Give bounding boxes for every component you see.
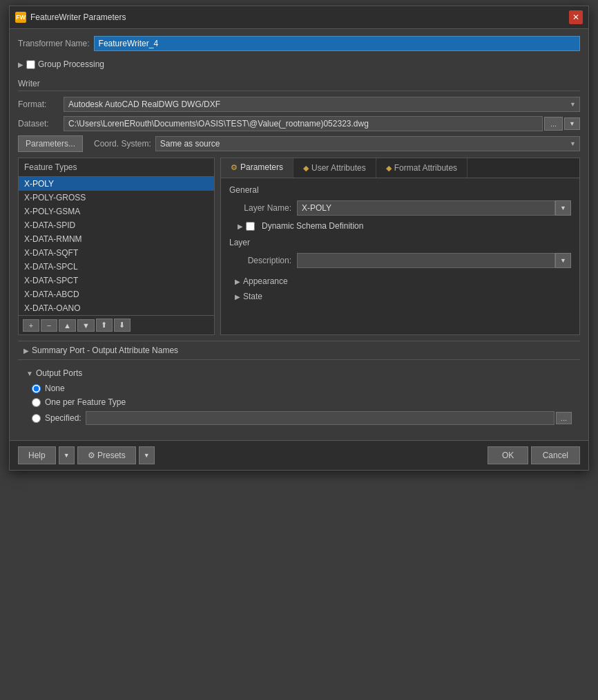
- list-item[interactable]: X-DATA-SPCL: [19, 260, 214, 274]
- one-per-radio[interactable]: [32, 398, 41, 407]
- presets-button[interactable]: ⚙ Presets: [77, 446, 136, 464]
- params-coord-row: Parameters... Coord. System: Same as sou…: [18, 135, 580, 152]
- panel-content: General Layer Name: ▼ ▶ Dynamic Schema D…: [221, 178, 579, 311]
- tab-format-attributes[interactable]: ◆ Format Attributes: [376, 158, 467, 178]
- coord-dropdown-wrap: Same as source: [155, 136, 580, 151]
- format-row: Format: Autodesk AutoCAD RealDWG DWG/DXF: [18, 97, 580, 112]
- move-bottom-button[interactable]: ⬇: [114, 319, 131, 332]
- state-label: State: [243, 292, 262, 301]
- summary-arrow: ▶: [23, 347, 29, 354]
- format-dropdown-wrap: Autodesk AutoCAD RealDWG DWG/DXF: [64, 97, 580, 112]
- state-row[interactable]: ▶ State: [229, 289, 571, 304]
- footer-left: Help ▼ ⚙ Presets ▼: [18, 446, 155, 464]
- remove-feature-type-button[interactable]: −: [41, 319, 57, 332]
- dataset-label: Dataset:: [18, 119, 59, 129]
- writer-section: Writer Format: Autodesk AutoCAD RealDWG …: [18, 79, 580, 152]
- layer-name-label: Layer Name:: [229, 203, 291, 213]
- specified-radio-label: Specified:: [45, 413, 81, 423]
- transformer-name-row: Transformer Name:: [18, 36, 580, 51]
- specified-radio[interactable]: [32, 414, 41, 423]
- title-bar: FW FeatureWriter Parameters ✕: [10, 6, 588, 29]
- help-dropdown-button[interactable]: ▼: [59, 446, 75, 464]
- description-row: Description: ▼: [229, 253, 571, 268]
- layer-name-row: Layer Name: ▼: [229, 200, 571, 216]
- appearance-row[interactable]: ▶ Appearance: [229, 274, 571, 289]
- presets-label: Presets: [97, 451, 126, 460]
- description-dropdown-button[interactable]: ▼: [555, 253, 571, 268]
- specified-radio-row: Specified: ...: [26, 411, 572, 425]
- appearance-arrow: ▶: [235, 278, 240, 285]
- output-ports-arrow: ▼: [26, 370, 33, 377]
- coord-select[interactable]: Same as source: [155, 136, 580, 151]
- description-label: Description:: [229, 256, 291, 265]
- dynamic-schema-checkbox[interactable]: [246, 222, 255, 231]
- state-arrow: ▶: [235, 293, 240, 301]
- dialog-title: FeatureWriter Parameters: [30, 12, 569, 22]
- list-item[interactable]: X-POLY: [19, 177, 214, 191]
- move-down-button[interactable]: ▼: [77, 319, 95, 332]
- tab-parameters[interactable]: ⚙ Parameters: [221, 158, 293, 178]
- none-radio[interactable]: [32, 384, 41, 393]
- tab-user-attributes-label: User Attributes: [311, 163, 366, 173]
- add-feature-type-button[interactable]: +: [23, 319, 39, 332]
- layer-name-input-wrap: ▼: [297, 200, 571, 216]
- right-panel: ⚙ Parameters ◆ User Attributes ◆ Format …: [220, 158, 580, 335]
- presets-dropdown-button[interactable]: ▼: [139, 446, 155, 464]
- feature-types-panel: Feature Types X-POLY X-POLY-GROSS X-POLY…: [18, 158, 215, 335]
- group-processing-checkbox[interactable]: [26, 60, 35, 69]
- help-button[interactable]: Help: [18, 446, 56, 464]
- feature-types-header: Feature Types: [19, 158, 214, 177]
- transformer-name-input[interactable]: [94, 36, 580, 51]
- dataset-row: Dataset: ... ▼: [18, 116, 580, 131]
- coord-system-label: Coord. System:: [94, 139, 151, 149]
- dialog-content: Transformer Name: ▶ Group Processing Wri…: [10, 29, 588, 440]
- main-area: Feature Types X-POLY X-POLY-GROSS X-POLY…: [18, 158, 580, 335]
- dataset-arrow-button[interactable]: ▼: [564, 117, 580, 130]
- summary-port-label: Summary Port - Output Attribute Names: [32, 346, 178, 355]
- move-top-button[interactable]: ⬆: [96, 319, 113, 332]
- one-per-radio-label: One per Feature Type: [45, 397, 126, 407]
- layer-name-input[interactable]: [297, 200, 555, 216]
- dialog-footer: Help ▼ ⚙ Presets ▼ OK Cancel: [10, 440, 588, 470]
- specified-input[interactable]: [86, 411, 554, 425]
- list-item[interactable]: X-POLY-GSMA: [19, 205, 214, 218]
- feature-types-list: X-POLY X-POLY-GROSS X-POLY-GSMA X-DATA-S…: [19, 177, 214, 315]
- list-item[interactable]: X-DATA-OANO: [19, 301, 214, 315]
- list-item[interactable]: X-DATA-SPID: [19, 218, 214, 232]
- list-item[interactable]: X-DATA-SPCT: [19, 274, 214, 287]
- group-processing-label: Group Processing: [38, 59, 104, 69]
- tabs-row: ⚙ Parameters ◆ User Attributes ◆ Format …: [221, 158, 579, 178]
- output-ports-header[interactable]: ▼ Output Ports: [26, 368, 572, 378]
- cancel-button[interactable]: Cancel: [531, 446, 580, 464]
- transformer-name-label: Transformer Name:: [18, 39, 90, 48]
- parameters-button[interactable]: Parameters...: [18, 135, 83, 152]
- list-item[interactable]: X-DATA-ABCD: [19, 287, 214, 301]
- group-processing-arrow: ▶: [18, 61, 23, 68]
- dataset-browse-button[interactable]: ...: [544, 117, 563, 131]
- list-item[interactable]: X-DATA-SQFT: [19, 246, 214, 260]
- summary-port-row[interactable]: ▶ Summary Port - Output Attribute Names: [18, 341, 580, 360]
- feature-types-toolbar: + − ▲ ▼ ⬆ ⬇: [19, 315, 214, 334]
- list-item[interactable]: X-DATA-RMNM: [19, 232, 214, 246]
- tab-parameters-label: Parameters: [240, 162, 283, 172]
- move-up-button[interactable]: ▲: [59, 319, 76, 332]
- group-processing-row[interactable]: ▶ Group Processing: [18, 57, 580, 72]
- ok-button[interactable]: OK: [488, 446, 528, 464]
- layer-name-dropdown-button[interactable]: ▼: [555, 200, 571, 216]
- description-input-wrap: ▼: [297, 253, 571, 268]
- tab-user-attributes[interactable]: ◆ User Attributes: [293, 158, 376, 178]
- none-radio-label: None: [45, 384, 65, 393]
- feature-writer-dialog: FW FeatureWriter Parameters ✕ Transforme…: [9, 6, 589, 471]
- one-per-radio-row: One per Feature Type: [26, 397, 572, 407]
- none-radio-row: None: [26, 384, 572, 393]
- presets-icon: ⚙: [88, 451, 95, 460]
- dynamic-schema-row: ▶ Dynamic Schema Definition: [238, 221, 571, 231]
- appearance-label: Appearance: [243, 276, 288, 286]
- specified-browse-button[interactable]: ...: [556, 412, 572, 424]
- list-item[interactable]: X-POLY-GROSS: [19, 191, 214, 205]
- dataset-input[interactable]: [64, 116, 543, 131]
- format-select[interactable]: Autodesk AutoCAD RealDWG DWG/DXF: [64, 97, 580, 112]
- output-ports-section: ▼ Output Ports None One per Feature Type…: [18, 364, 580, 433]
- close-button[interactable]: ✕: [569, 10, 583, 24]
- description-input[interactable]: [297, 253, 555, 268]
